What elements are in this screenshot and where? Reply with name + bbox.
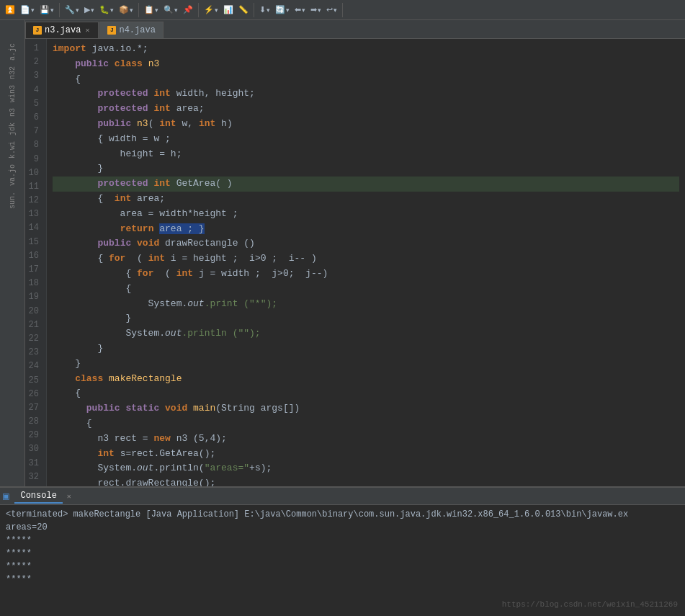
toolbar-btn-build[interactable]: 🔧▾ bbox=[63, 4, 81, 15]
main-area: a.jc n32 win3 n3 jdk k.wi va.jo sun. J n… bbox=[0, 20, 685, 486]
toolbar-btn-find[interactable]: 🔍▾ bbox=[161, 4, 180, 15]
console-tab-console[interactable]: Console bbox=[14, 489, 62, 504]
toolbar-btn-tools[interactable]: ⚡▾ bbox=[202, 4, 220, 15]
console-tab-close[interactable]: ✕ bbox=[66, 492, 73, 501]
tab-n3[interactable]: J n3.java ✕ bbox=[25, 22, 99, 38]
code-content[interactable]: import java.io.*; public class n3 { prot… bbox=[47, 39, 685, 486]
toolbar-btn-open[interactable]: 📄▾ bbox=[18, 4, 37, 15]
left-panel: a.jc n32 win3 n3 jdk k.wi va.jo sun. bbox=[0, 20, 25, 486]
editor-container: J n3.java ✕ J n4.java 123456789101112131… bbox=[25, 20, 685, 486]
tab-icon-n3: J bbox=[33, 26, 42, 35]
tabs-bar: J n3.java ✕ J n4.java bbox=[25, 20, 685, 39]
toolbar-btn-chart[interactable]: 📊 bbox=[221, 4, 236, 15]
code-editor[interactable]: 1234567891011121314151617181920212223242… bbox=[25, 39, 685, 486]
toolbar-group-file: ⏫ 📄▾ 💾▾ bbox=[3, 3, 60, 17]
toolbar-btn-undo[interactable]: ↩▾ bbox=[324, 4, 339, 15]
toolbar-btn-back[interactable]: ⬅▾ bbox=[292, 4, 308, 15]
toolbar-group-tools: ⚡▾ 📊 📏 bbox=[202, 3, 254, 17]
tab-label-n3: n3.java bbox=[45, 25, 81, 35]
tab-label-n4: n4.java bbox=[119, 25, 155, 35]
toolbar-group-nav: ⬇▾ 🔄▾ ⬅▾ ➡▾ ↩▾ bbox=[257, 3, 343, 17]
left-label-vajo: va.jo bbox=[7, 163, 18, 187]
toolbar-btn-run[interactable]: ▶▾ bbox=[82, 4, 97, 15]
console-panel: ▣ Console ✕ <terminated> makeRectangle [… bbox=[0, 486, 685, 616]
editor-wrapper: 1234567891011121314151617181920212223242… bbox=[25, 39, 685, 486]
toolbar-group-search: 📋▾ 🔍▾ 📌 bbox=[142, 3, 199, 17]
left-label-win3: win3 bbox=[7, 84, 18, 104]
watermark: https://blog.csdn.net/weixin_45211269 bbox=[502, 600, 678, 609]
toolbar-group-run: 🔧▾ ▶▾ 🐛▾ 📦▾ bbox=[63, 3, 139, 17]
toolbar-btn-measure[interactable]: 📏 bbox=[236, 4, 251, 15]
toolbar-btn-new[interactable]: ⏫ bbox=[3, 4, 17, 15]
toolbar-btn-profile[interactable]: 📦▾ bbox=[117, 4, 135, 15]
left-label-n3: n3 bbox=[7, 107, 18, 118]
toolbar-btn-down[interactable]: ⬇▾ bbox=[257, 4, 272, 15]
left-label-jdk: jdk bbox=[7, 121, 18, 137]
console-output: <terminated> makeRectangle [Java Applica… bbox=[0, 505, 685, 616]
console-tabs-bar: ▣ Console ✕ bbox=[0, 488, 685, 505]
left-label-sun: sun. bbox=[7, 190, 18, 210]
toolbar-btn-save[interactable]: 💾▾ bbox=[37, 4, 56, 15]
line-numbers: 1234567891011121314151617181920212223242… bbox=[25, 39, 47, 486]
toolbar-btn-bookmark[interactable]: 📌 bbox=[181, 4, 195, 15]
toolbar-btn-debug[interactable]: 🐛▾ bbox=[97, 4, 116, 15]
toolbar-btn-forward[interactable]: ➡▾ bbox=[308, 4, 323, 15]
left-label-ajc: a.jc bbox=[7, 42, 18, 62]
left-label-kwi: k.wi bbox=[7, 140, 18, 160]
left-label-n32: n32 bbox=[7, 65, 18, 81]
toolbar-btn-search[interactable]: 📋▾ bbox=[142, 4, 161, 15]
tab-icon-n4: J bbox=[107, 26, 116, 35]
console-icon: ▣ bbox=[3, 490, 9, 502]
toolbar-btn-refresh[interactable]: 🔄▾ bbox=[273, 4, 292, 15]
tab-close-n3[interactable]: ✕ bbox=[84, 26, 91, 35]
toolbar: ⏫ 📄▾ 💾▾ 🔧▾ ▶▾ 🐛▾ 📦▾ 📋▾ 🔍▾ 📌 ⚡▾ 📊 📏 ⬇▾ 🔄▾… bbox=[0, 0, 685, 20]
tab-n4[interactable]: J n4.java bbox=[99, 22, 163, 38]
